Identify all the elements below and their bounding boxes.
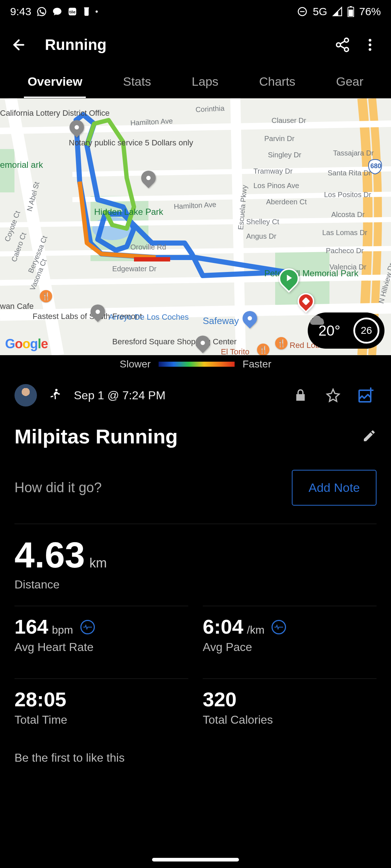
network-label: 5G xyxy=(313,5,327,18)
pace-label: Avg Pace xyxy=(203,641,377,654)
signal-icon xyxy=(332,7,342,17)
road-label: Las Lomas Dr xyxy=(322,229,367,237)
tab-gear[interactable]: Gear xyxy=(332,67,367,98)
road-label: Santa Rita Dr xyxy=(328,169,371,177)
note-prompt: How did it go? xyxy=(14,480,102,495)
poi-label: California Lottery District Office xyxy=(0,109,65,118)
svg-point-13 xyxy=(369,43,371,46)
running-icon xyxy=(48,388,62,403)
road-label: Tramway Dr xyxy=(253,167,293,175)
hr-value: 164 xyxy=(14,615,48,638)
tab-overview[interactable]: Overview xyxy=(24,67,86,98)
pace-legend: Slower Faster xyxy=(0,355,391,373)
food-poi-icon: 🍴 xyxy=(275,337,287,349)
back-button[interactable] xyxy=(7,37,30,53)
tab-stats[interactable]: Stats xyxy=(119,67,155,98)
road-label: Oroville Rd xyxy=(130,243,166,251)
poi-label: wan Cafe xyxy=(0,302,34,311)
star-icon[interactable] xyxy=(322,388,344,403)
time-label: Total Time xyxy=(14,713,188,727)
road-label: Alcosta Dr xyxy=(331,210,365,219)
hr-label: Avg Heart Rate xyxy=(14,641,188,654)
more-notifications-dot xyxy=(96,10,98,13)
page-title: Running xyxy=(30,36,329,54)
pulse-icon[interactable] xyxy=(272,620,286,634)
pace-unit: /km xyxy=(247,624,264,636)
svg-point-7 xyxy=(345,38,349,42)
status-time: 9:43 xyxy=(10,5,31,18)
battery-percent: 76% xyxy=(359,5,381,18)
share-button[interactable] xyxy=(329,37,356,53)
tab-charts[interactable]: Charts xyxy=(256,67,299,98)
activity-title-row: Milpitas Running xyxy=(0,417,391,463)
road-label: Edgewater Dr xyxy=(112,265,156,273)
chat-icon xyxy=(52,7,62,17)
stat-pace: 6:04 /km Avg Pace xyxy=(203,606,377,664)
stats-section: 4.63 km Distance 164 bpm Avg Heart Rate … xyxy=(0,524,391,737)
pulse-icon[interactable] xyxy=(80,620,95,634)
pace-gradient-icon xyxy=(159,362,235,367)
like-prompt[interactable]: Be the first to like this xyxy=(0,737,391,765)
avatar[interactable] xyxy=(14,384,37,407)
poi-label: Arroyo De Los Coches xyxy=(109,312,156,322)
road-label: Tassajara Dr xyxy=(333,149,374,157)
gesture-bar[interactable] xyxy=(152,858,239,861)
tab-laps[interactable]: Laps xyxy=(188,67,222,98)
park-label: Hidden Lake Park xyxy=(94,207,141,217)
cup-icon xyxy=(83,7,91,17)
road-label: Aberdeen Ct xyxy=(266,198,307,206)
note-row: How did it go? Add Note xyxy=(0,463,391,524)
distance-unit: km xyxy=(89,556,107,570)
road-label: Parvin Dr xyxy=(264,135,294,143)
activity-meta-row: Sep 1 @ 7:24 PM xyxy=(0,373,391,417)
svg-rect-5 xyxy=(350,6,352,7)
pace-value: 6:04 xyxy=(203,615,243,638)
lock-icon[interactable] xyxy=(290,388,311,403)
status-bar: 9:43 tile 5G 76% xyxy=(0,0,391,23)
poi-label: Notary public service 5 Dollars only xyxy=(69,138,156,148)
cal-label: Total Calories xyxy=(203,713,377,727)
weather-pill[interactable]: 20° 26 xyxy=(308,312,385,349)
route-map[interactable]: Corinthia Hamilton Ave Clauser Dr Parvin… xyxy=(0,98,391,355)
svg-line-10 xyxy=(340,46,345,48)
stat-distance: 4.63 km Distance xyxy=(14,524,377,606)
svg-point-9 xyxy=(345,47,349,51)
whatsapp-icon xyxy=(36,6,47,17)
add-note-button[interactable]: Add Note xyxy=(292,470,377,506)
stat-calories: 320 Total Calories xyxy=(203,678,377,737)
svg-point-20 xyxy=(55,389,58,391)
road-label: Corinthia xyxy=(195,104,224,114)
svg-line-11 xyxy=(340,41,345,44)
activity-title: Milpitas Running xyxy=(14,425,178,448)
legend-slower: Slower xyxy=(120,358,151,370)
stat-heart-rate: 164 bpm Avg Heart Rate xyxy=(14,606,188,664)
road-label: Los Pinos Ave xyxy=(253,182,299,190)
aqi-value: 26 xyxy=(355,319,378,342)
time-value: 28:05 xyxy=(14,688,66,711)
park-label: emorial ark xyxy=(0,160,22,170)
svg-point-8 xyxy=(337,43,341,47)
road-label: Singley Dr xyxy=(268,151,301,159)
distance-value: 4.63 xyxy=(14,534,85,576)
road-label: Clauser Dr xyxy=(272,116,306,125)
add-media-icon[interactable] xyxy=(355,387,377,404)
svg-point-12 xyxy=(369,39,371,42)
road-label: Pacheco Dr xyxy=(326,247,364,255)
google-logo: Google xyxy=(5,336,48,352)
poi-label: El Torito xyxy=(221,347,249,355)
poi-label: Fastest Labs of South Fremont xyxy=(33,312,91,321)
road-label: Angus Dr xyxy=(246,232,276,241)
svg-point-14 xyxy=(369,48,371,51)
aqi-badge: 26 xyxy=(353,318,379,344)
stat-time: 28:05 Total Time xyxy=(14,678,188,737)
app-bar: Running xyxy=(0,23,391,67)
legend-faster: Faster xyxy=(243,358,271,370)
svg-text:tile: tile xyxy=(70,9,76,14)
tabs: Overview Stats Laps Charts Gear xyxy=(0,67,391,98)
poi-label: Safeway xyxy=(203,315,239,327)
highway-shield-label: 680 xyxy=(370,162,381,170)
overflow-menu-button[interactable] xyxy=(356,37,384,53)
road-label: Los Positos Dr xyxy=(324,191,371,199)
poi-label: Beresford Square Shopping Center xyxy=(112,337,192,346)
edit-title-button[interactable] xyxy=(362,429,377,444)
